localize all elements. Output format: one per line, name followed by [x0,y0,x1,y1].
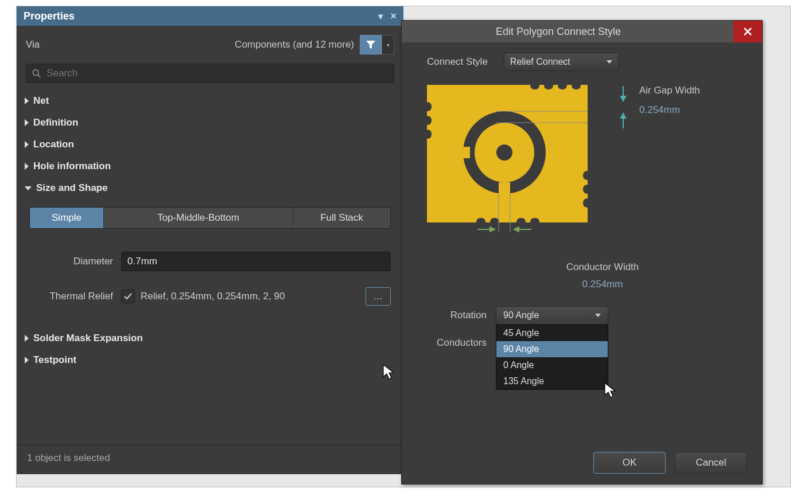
thermal-relief-value: Relief, 0.254mm, 0.254mm, 2, 90 [141,291,285,302]
tab-full-stack[interactable]: Full Stack [293,208,390,228]
conductor-width-value: 0.254mm [499,279,706,290]
context-filter-label: Components (and 12 more) [235,39,354,50]
rotation-option-0[interactable]: 0 Angle [496,357,608,373]
diameter-input[interactable] [121,252,391,271]
thermal-relief-label: Thermal Relief [29,291,121,302]
edit-polygon-connect-dialog: Edit Polygon Connect Style Connect Style… [401,20,763,485]
filter-button[interactable] [360,35,382,54]
air-gap-arrows-icon [616,85,630,130]
panel-titlebar: Properties ▼ × [17,6,403,26]
rotation-label: Rotation [427,310,496,321]
svg-point-7 [496,144,512,161]
svg-line-1 [38,75,40,77]
section-testpoint[interactable]: Testpoint [17,349,403,371]
connect-style-value: Relief Connect [510,57,570,67]
section-solder-mask[interactable]: Solder Mask Expansion [17,327,403,349]
svg-point-0 [33,70,38,76]
dropdown-icon[interactable]: ▼ [376,11,385,21]
section-net[interactable]: Net [17,90,403,112]
section-hole-label: Hole information [33,161,111,172]
caret-right-icon [25,119,29,126]
section-solder-label: Solder Mask Expansion [33,333,143,344]
caret-right-icon [25,357,29,364]
panel-footer: 1 object is selected [17,445,403,474]
section-location[interactable]: Location [17,134,403,155]
caret-down-icon [25,186,32,190]
search-box[interactable] [26,64,394,83]
rotation-option-135[interactable]: 135 Angle [496,373,608,389]
cancel-button[interactable]: Cancel [675,452,747,474]
chevron-down-icon [607,60,612,64]
section-location-label: Location [33,139,74,150]
app-frame: Properties ▼ × Via Components (and 12 mo… [16,6,791,487]
close-icon[interactable]: × [390,10,397,22]
rotation-select[interactable]: 90 Angle [496,306,608,325]
check-icon [124,293,132,300]
object-type-label: Via [26,39,40,50]
funnel-icon [366,40,376,49]
selection-status: 1 object is selected [27,452,110,463]
tab-top-middle-bottom[interactable]: Top-Middle-Bottom [103,208,293,228]
properties-panel: Properties ▼ × Via Components (and 12 mo… [17,6,403,474]
caret-right-icon [25,141,29,148]
dialog-titlebar[interactable]: Edit Polygon Connect Style [402,21,762,42]
connect-style-select[interactable]: Relief Connect [504,53,619,71]
connect-style-label: Connect Style [427,56,488,68]
rotation-value: 90 Angle [503,310,539,321]
search-input[interactable] [46,68,388,79]
svg-rect-5 [427,147,470,158]
chevron-down-icon [595,314,601,317]
close-icon [744,28,752,36]
search-icon [32,69,41,78]
rotation-option-90[interactable]: 90 Angle [496,341,608,357]
section-testpoint-label: Testpoint [33,354,76,366]
tab-simple[interactable]: Simple [30,208,103,228]
section-size-shape-label: Size and Shape [36,182,108,194]
conductors-label: Conductors [427,337,496,349]
rotation-dropdown-list: 45 Angle 90 Angle 0 Angle 135 Angle [496,325,608,390]
stack-mode-tabs: Simple Top-Middle-Bottom Full Stack [29,207,391,229]
caret-right-icon [25,97,29,104]
thermal-relief-checkbox[interactable] [121,290,135,303]
object-type-row: Via Components (and 12 more) ▾ [17,26,403,62]
section-definition[interactable]: Definition [17,112,403,134]
ok-button[interactable]: OK [593,452,666,474]
air-gap-width-label: Air Gap Width [639,85,700,96]
section-size-and-shape[interactable]: Size and Shape [17,177,403,199]
conductor-width-label: Conductor Width [499,261,706,273]
air-gap-width-value: 0.254mm [639,104,700,116]
filter-dropdown-button[interactable]: ▾ [382,35,394,54]
dialog-close-button[interactable] [733,21,762,42]
connect-style-row: Connect Style Relief Connect [427,53,737,71]
caret-right-icon [25,163,29,170]
diameter-label: Diameter [29,256,121,267]
svg-rect-6 [499,182,510,222]
panel-title: Properties [24,10,75,22]
connect-preview [427,85,588,234]
dialog-title: Edit Polygon Connect Style [409,26,733,38]
size-shape-body: Simple Top-Middle-Bottom Full Stack Diam… [17,199,403,317]
section-definition-label: Definition [33,117,78,128]
thermal-relief-edit-button[interactable]: ... [366,287,391,306]
section-net-label: Net [33,95,49,107]
caret-right-icon [25,335,29,342]
section-hole-information[interactable]: Hole information [17,155,403,177]
rotation-option-45[interactable]: 45 Angle [496,325,608,341]
